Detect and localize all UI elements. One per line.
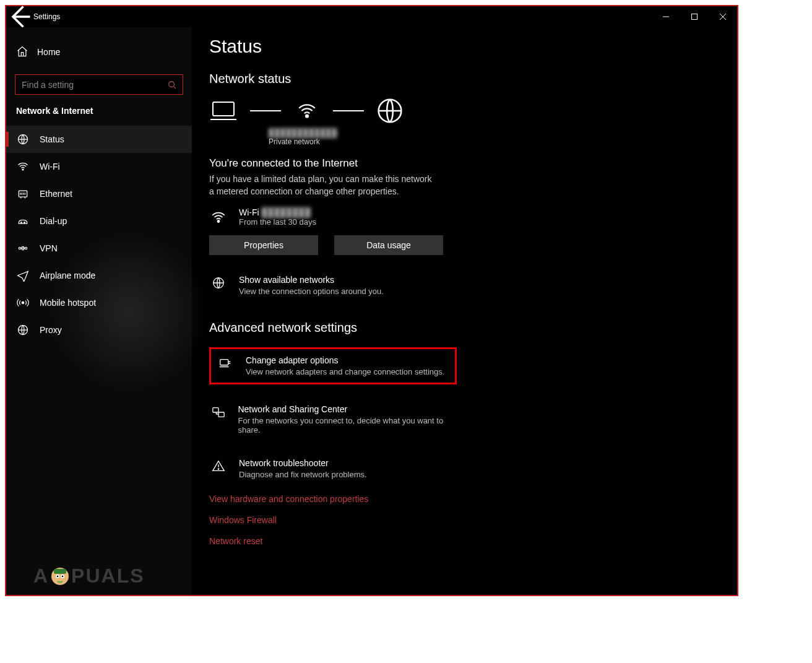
sidebar-item-label: Proxy xyxy=(40,325,62,335)
close-icon xyxy=(719,13,727,20)
option-title: Show available networks xyxy=(239,275,384,285)
proxy-icon xyxy=(16,324,30,336)
data-usage-button[interactable]: Data usage xyxy=(334,235,443,255)
category-label: Network & Internet xyxy=(6,106,192,119)
wifi-icon xyxy=(209,209,228,225)
hotspot-icon xyxy=(16,297,30,309)
wifi-info-row: Wi-Fi ████████ From the last 30 days xyxy=(209,207,720,227)
svg-point-7 xyxy=(22,169,24,170)
option-subtitle: Diagnose and fix network problems. xyxy=(239,470,367,479)
sidebar-item-label: VPN xyxy=(40,243,58,253)
wifi-sub: From the last 30 days xyxy=(239,217,316,227)
sidebar-item-label: Status xyxy=(40,134,64,144)
sidebar: Home Network & Internet Status Wi-Fi Eth… xyxy=(6,27,192,595)
minimize-button[interactable] xyxy=(652,6,680,27)
globe-icon xyxy=(212,275,228,292)
sidebar-item-airplane[interactable]: Airplane mode xyxy=(6,262,192,289)
svg-point-10 xyxy=(24,222,25,223)
properties-button[interactable]: Properties xyxy=(209,235,318,255)
network-status-heading: Network status xyxy=(209,72,720,86)
option-subtitle: For the networks you connect to, decide … xyxy=(238,416,454,435)
vpn-icon xyxy=(16,242,30,254)
svg-line-5 xyxy=(174,86,176,89)
sidebar-item-vpn[interactable]: VPN xyxy=(6,235,192,262)
svg-point-21 xyxy=(62,575,64,577)
watermark-logo: A PUALS xyxy=(33,565,145,587)
sidebar-item-status[interactable]: Status xyxy=(6,126,192,153)
network-troubleshooter-option[interactable]: Network troubleshooter Diagnose and fix … xyxy=(209,454,457,483)
svg-point-23 xyxy=(306,115,308,118)
ethernet-icon xyxy=(16,188,30,200)
option-subtitle: View the connection options around you. xyxy=(239,287,384,296)
window-title: Settings xyxy=(33,12,60,21)
adapter-icon xyxy=(218,355,235,372)
connected-subtitle: If you have a limited data plan, you can… xyxy=(209,173,432,197)
svg-point-12 xyxy=(25,247,27,249)
sidebar-item-dialup[interactable]: Dial-up xyxy=(6,207,192,235)
link-network-reset[interactable]: Network reset xyxy=(209,536,720,546)
wifi-label: Wi-Fi xyxy=(239,207,259,217)
wifi-icon xyxy=(293,100,321,121)
globe-icon xyxy=(376,97,404,124)
search-box[interactable] xyxy=(15,74,183,95)
sidebar-item-proxy[interactable]: Proxy xyxy=(6,316,192,344)
svg-point-14 xyxy=(22,301,24,303)
home-button[interactable]: Home xyxy=(6,38,192,66)
svg-point-16 xyxy=(51,568,69,585)
computer-icon xyxy=(209,100,238,122)
network-name: ████████████ xyxy=(269,128,720,137)
search-input[interactable] xyxy=(22,80,164,90)
sidebar-item-hotspot[interactable]: Mobile hotspot xyxy=(6,289,192,316)
status-icon xyxy=(16,133,30,145)
svg-point-20 xyxy=(57,575,59,577)
sharing-icon xyxy=(212,404,227,421)
minimize-icon xyxy=(662,13,670,20)
mascot-icon xyxy=(49,565,71,587)
change-adapter-options[interactable]: Change adapter options View network adap… xyxy=(209,347,457,384)
svg-point-18 xyxy=(56,574,59,578)
advanced-heading: Advanced network settings xyxy=(209,321,720,335)
svg-point-9 xyxy=(21,222,22,223)
maximize-icon xyxy=(691,13,698,20)
svg-rect-29 xyxy=(218,412,224,417)
sidebar-item-label: Mobile hotspot xyxy=(40,298,96,308)
sidebar-item-label: Airplane mode xyxy=(40,271,95,280)
option-title: Change adapter options xyxy=(246,355,444,365)
svg-point-11 xyxy=(19,247,20,249)
sidebar-item-wifi[interactable]: Wi-Fi xyxy=(6,153,192,180)
svg-rect-17 xyxy=(54,569,66,574)
dialup-icon xyxy=(16,215,30,227)
home-label: Home xyxy=(37,47,60,57)
network-diagram xyxy=(209,97,720,124)
option-title: Network troubleshooter xyxy=(239,458,367,468)
search-icon xyxy=(168,80,176,89)
network-sharing-center-option[interactable]: Network and Sharing Center For the netwo… xyxy=(209,401,457,438)
sidebar-item-label: Wi-Fi xyxy=(40,162,60,171)
svg-point-19 xyxy=(61,574,64,578)
svg-rect-27 xyxy=(220,360,228,365)
svg-point-25 xyxy=(217,220,219,222)
link-windows-firewall[interactable]: Windows Firewall xyxy=(209,515,720,525)
sidebar-item-ethernet[interactable]: Ethernet xyxy=(6,180,192,207)
close-button[interactable] xyxy=(709,6,737,27)
svg-rect-28 xyxy=(213,408,218,412)
option-title: Network and Sharing Center xyxy=(238,404,454,414)
svg-point-4 xyxy=(169,81,175,87)
option-subtitle: View network adapters and change connect… xyxy=(246,367,444,376)
warning-icon xyxy=(212,458,228,475)
connected-title: You're connected to the Internet xyxy=(209,157,720,170)
airplane-icon xyxy=(16,269,30,282)
back-button[interactable] xyxy=(6,6,33,27)
svg-rect-22 xyxy=(213,102,234,116)
wifi-icon xyxy=(16,160,30,173)
link-hardware-properties[interactable]: View hardware and connection properties xyxy=(209,494,720,504)
page-title: Status xyxy=(209,36,720,57)
show-available-networks-option[interactable]: Show available networks View the connect… xyxy=(209,271,457,300)
home-icon xyxy=(16,45,28,59)
network-type-label: Private network xyxy=(269,137,720,146)
svg-rect-1 xyxy=(692,14,698,20)
maximize-button[interactable] xyxy=(680,6,709,27)
settings-window: Settings Home Network & Internet xyxy=(5,5,738,596)
sidebar-item-label: Ethernet xyxy=(40,189,72,199)
sidebar-item-label: Dial-up xyxy=(40,216,67,226)
